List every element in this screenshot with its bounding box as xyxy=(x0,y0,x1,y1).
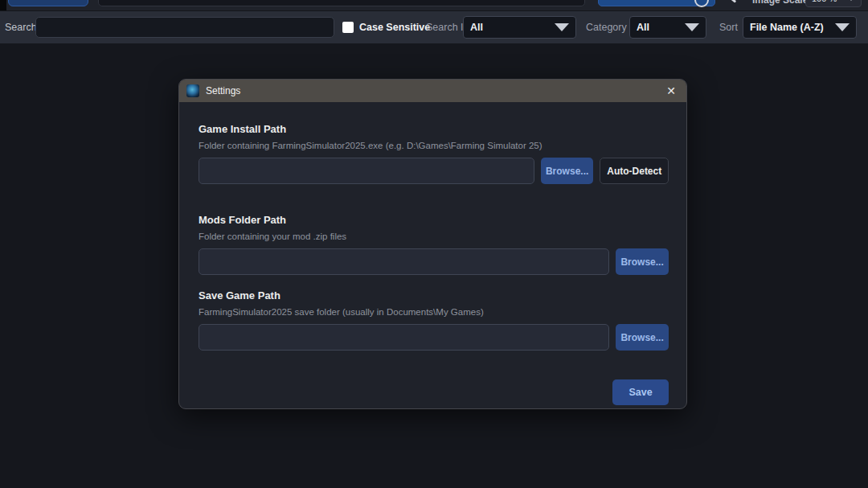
save-button[interactable]: Save xyxy=(612,379,669,405)
folder-path-input[interactable] xyxy=(98,0,585,6)
settings-dialog: Settings ✕ Game Install Path Folder cont… xyxy=(178,79,687,409)
mods-folder-section: Mods Folder Path Folder containing your … xyxy=(199,214,669,275)
window-edge-strip xyxy=(0,0,6,10)
search-toolbar: Search Case Sensitive Search In All Cate… xyxy=(0,10,868,43)
category-dropdown[interactable]: All xyxy=(629,16,706,39)
save-game-heading: Save Game Path xyxy=(199,289,669,301)
chevron-down-icon xyxy=(685,23,699,31)
search-in-value: All xyxy=(470,22,483,33)
case-sensitive-label: Case Sensitive xyxy=(359,11,430,43)
mods-folder-browse-button[interactable]: Browse... xyxy=(616,248,669,275)
search-label: Search xyxy=(5,11,37,43)
game-install-description: Folder containing FarmingSimulator2025.e… xyxy=(199,141,669,150)
save-game-path-input[interactable] xyxy=(199,324,609,351)
mods-folder-heading: Mods Folder Path xyxy=(199,214,669,226)
game-install-section: Game Install Path Folder containing Farm… xyxy=(199,123,669,184)
chevron-down-icon xyxy=(847,0,855,1)
sort-label: Sort xyxy=(719,11,738,43)
main-area: Settings ✕ Game Install Path Folder cont… xyxy=(0,43,868,488)
save-game-browse-button[interactable]: Browse... xyxy=(616,324,669,351)
game-install-heading: Game Install Path xyxy=(199,123,669,135)
save-game-section: Save Game Path FarmingSimulator2025 save… xyxy=(199,289,669,351)
dialog-title: Settings xyxy=(206,85,657,96)
image-scale-label: Image Scale xyxy=(752,0,808,6)
auto-detect-button[interactable]: Auto-Detect xyxy=(600,158,669,184)
search-input[interactable] xyxy=(35,17,334,38)
save-game-description: FarmingSimulator2025 save folder (usuall… xyxy=(199,307,669,317)
close-icon[interactable]: ✕ xyxy=(663,84,679,97)
chevron-down-icon xyxy=(835,23,850,31)
category-label: Category xyxy=(586,11,627,43)
search-in-dropdown[interactable]: All xyxy=(463,16,576,39)
image-scale-value: 100 % xyxy=(812,0,837,3)
app-icon xyxy=(186,84,199,97)
mods-folder-path-input[interactable] xyxy=(199,248,609,275)
category-value: All xyxy=(637,22,649,33)
chevron-down-icon xyxy=(555,23,569,31)
mods-folder-description: Folder containing your mod .zip files xyxy=(199,232,669,241)
image-scale-dropdown[interactable]: 100 % xyxy=(805,0,862,7)
dialog-titlebar[interactable]: Settings ✕ xyxy=(179,80,686,102)
sort-value: File Name (A-Z) xyxy=(750,22,824,33)
select-folder-button[interactable]: Select Folder xyxy=(8,0,88,6)
dialog-body: Game Install Path Folder containing Farm… xyxy=(179,102,686,405)
game-install-browse-button[interactable]: Browse... xyxy=(541,158,594,184)
game-install-path-input[interactable] xyxy=(199,158,534,184)
case-sensitive-checkbox[interactable] xyxy=(342,22,354,33)
sort-dropdown[interactable]: File Name (A-Z) xyxy=(743,16,857,39)
